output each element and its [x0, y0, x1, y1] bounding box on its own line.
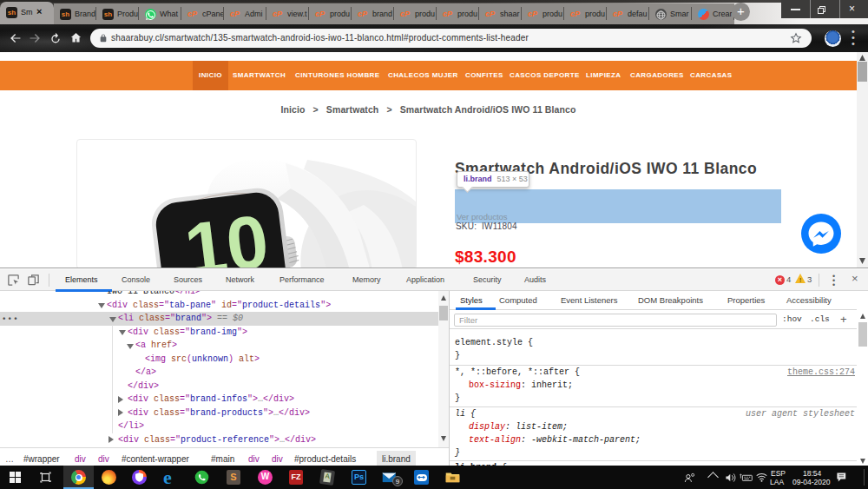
svg-text:10: 10 — [181, 199, 273, 268]
